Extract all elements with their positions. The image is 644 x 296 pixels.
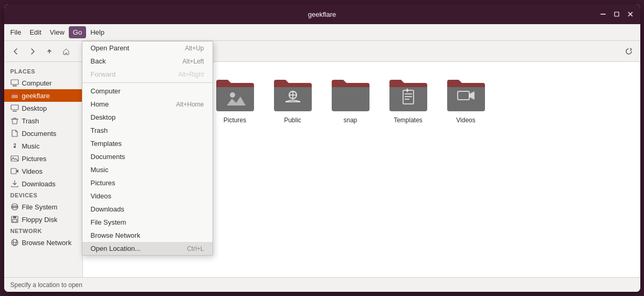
network-header: Network xyxy=(4,226,82,236)
go-templates[interactable]: Templates xyxy=(82,137,213,150)
go-browse-network-label: Browse Network xyxy=(91,231,141,239)
svg-rect-15 xyxy=(11,168,16,174)
file-item-videos[interactable]: Videos xyxy=(440,72,492,128)
statusbar: Specify a location to open xyxy=(4,277,640,292)
desktop-icon xyxy=(10,104,19,112)
sidebar-item-documents-label: Documents xyxy=(22,130,57,138)
sidebar-item-music[interactable]: Music xyxy=(4,140,82,152)
go-documents-label: Documents xyxy=(91,153,125,161)
go-open-parent[interactable]: Open Parent Alt+Up xyxy=(82,41,213,55)
svg-rect-10 xyxy=(11,105,18,110)
menu-edit[interactable]: Edit xyxy=(25,26,45,38)
sidebar-item-floppy[interactable]: Floppy Disk xyxy=(4,213,82,226)
sidebar-item-downloads-label: Downloads xyxy=(22,180,56,188)
go-open-location[interactable]: Open Location... Ctrl+L xyxy=(82,242,213,255)
svg-point-26 xyxy=(230,92,235,98)
sidebar-item-trash[interactable]: Trash xyxy=(4,114,82,127)
sidebar-item-music-label: Music xyxy=(22,142,40,150)
file-item-templates[interactable]: Templates xyxy=(382,72,435,128)
go-pictures-label: Pictures xyxy=(91,179,115,187)
places-header: Places xyxy=(4,66,82,77)
sidebar-item-geekflare[interactable]: geekflare xyxy=(4,89,82,102)
sidebar-item-computer[interactable]: Computer xyxy=(4,77,82,89)
menu-file[interactable]: File xyxy=(6,26,26,38)
go-file-system[interactable]: File System xyxy=(82,216,213,229)
window-title: geekflare xyxy=(308,10,336,18)
sidebar-item-documents[interactable]: Documents xyxy=(4,127,82,140)
go-desktop[interactable]: Desktop xyxy=(82,111,213,124)
go-videos[interactable]: Videos xyxy=(82,189,213,203)
file-label-pictures: Pictures xyxy=(224,117,246,124)
sidebar-item-videos[interactable]: Videos xyxy=(4,165,82,177)
file-manager-window: geekflare File Edit View Go Help xyxy=(4,4,640,292)
forward-button[interactable] xyxy=(25,44,40,59)
go-home-shortcut: Alt+Home xyxy=(176,101,204,108)
home-icon xyxy=(10,91,19,100)
go-music[interactable]: Music xyxy=(82,163,213,176)
sidebar-item-pictures[interactable]: Pictures xyxy=(4,152,82,165)
go-open-location-label: Open Location... xyxy=(91,245,141,252)
file-item-snap[interactable]: snap xyxy=(324,72,377,128)
svg-rect-21 xyxy=(13,219,17,222)
sidebar-item-network-label: Browse Network xyxy=(22,239,72,247)
sidebar-item-downloads[interactable]: Downloads xyxy=(4,177,82,190)
file-label-snap: snap xyxy=(343,117,357,124)
svg-rect-4 xyxy=(11,80,18,84)
menu-go[interactable]: Go xyxy=(69,26,86,38)
file-item-pictures[interactable]: Pictures xyxy=(209,72,261,128)
sidebar-item-desktop-label: Desktop xyxy=(22,104,47,112)
go-browse-network[interactable]: Browse Network xyxy=(82,229,213,242)
minimize-button[interactable] xyxy=(597,8,609,20)
sidebar-item-videos-label: Videos xyxy=(22,167,43,175)
sidebar-item-computer-label: Computer xyxy=(22,79,52,87)
go-back-label: Back xyxy=(91,57,106,65)
filesystem-icon xyxy=(10,203,19,211)
go-forward-label: Forward xyxy=(91,70,116,78)
go-documents[interactable]: Documents xyxy=(82,150,213,163)
sidebar-item-filesystem-label: File System xyxy=(22,203,58,211)
menu-view[interactable]: View xyxy=(46,26,69,38)
go-sep1 xyxy=(82,82,213,83)
svg-rect-8 xyxy=(12,93,18,95)
go-downloads[interactable]: Downloads xyxy=(82,203,213,216)
go-trash[interactable]: Trash xyxy=(82,124,213,137)
documents-icon xyxy=(10,129,19,138)
trash-icon xyxy=(10,117,19,125)
go-computer[interactable]: Computer xyxy=(82,84,213,98)
svg-rect-9 xyxy=(12,95,18,98)
file-label-templates: Templates xyxy=(394,117,423,124)
svg-rect-5 xyxy=(13,86,17,87)
sidebar-item-trash-label: Trash xyxy=(22,117,39,125)
videos-icon xyxy=(10,167,19,175)
go-open-location-shortcut: Ctrl+L xyxy=(187,245,204,252)
sidebar-item-pictures-label: Pictures xyxy=(22,155,47,163)
sidebar-item-filesystem[interactable]: File System xyxy=(4,200,82,213)
sidebar-item-floppy-label: Floppy Disk xyxy=(22,216,58,224)
svg-rect-0 xyxy=(600,14,606,15)
up-button[interactable] xyxy=(42,44,57,59)
close-button[interactable] xyxy=(625,8,636,20)
menubar: File Edit View Go Help xyxy=(4,24,640,41)
go-trash-label: Trash xyxy=(91,126,108,134)
file-item-public[interactable]: Public xyxy=(267,72,319,128)
sidebar-item-desktop[interactable]: Desktop xyxy=(4,102,82,114)
go-pictures[interactable]: Pictures xyxy=(82,176,213,189)
go-back[interactable]: Back Alt+Left xyxy=(82,55,213,68)
music-icon xyxy=(10,142,19,150)
go-music-label: Music xyxy=(91,166,109,174)
maximize-button[interactable] xyxy=(611,8,622,20)
sidebar-item-geekflare-label: geekflare xyxy=(22,92,50,100)
back-button[interactable] xyxy=(8,44,23,59)
go-file-system-label: File System xyxy=(91,218,126,226)
go-home[interactable]: Home Alt+Home xyxy=(82,98,213,111)
home-button[interactable] xyxy=(59,44,73,59)
floppy-icon xyxy=(10,215,19,224)
refresh-button[interactable] xyxy=(621,44,636,59)
go-forward-shortcut: Alt+Right xyxy=(178,71,204,78)
go-open-parent-shortcut: Alt+Up xyxy=(185,45,204,52)
menu-help[interactable]: Help xyxy=(86,26,109,38)
go-templates-label: Templates xyxy=(91,140,122,147)
downloads-icon xyxy=(10,179,19,188)
sidebar-item-browse-network[interactable]: Browse Network xyxy=(4,236,82,249)
network-icon xyxy=(10,238,19,247)
